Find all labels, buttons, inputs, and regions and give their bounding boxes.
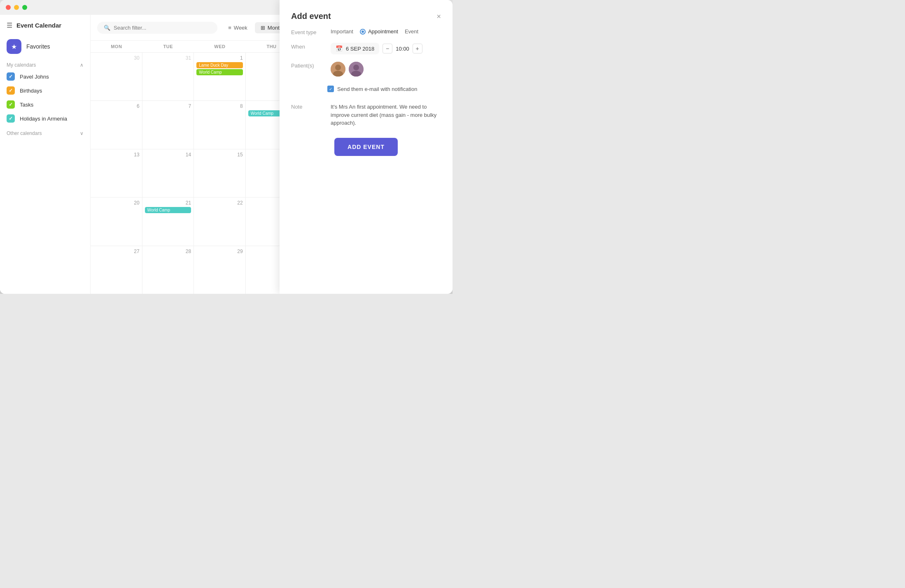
type-important[interactable]: Important <box>331 28 353 35</box>
type-appointment[interactable]: Appointment <box>360 28 398 35</box>
search-icon: 🔍 <box>104 25 110 31</box>
avatars <box>331 62 364 77</box>
birthdays-checkbox: ✓ <box>7 86 15 95</box>
app-window: ☰ Event Calendar ★ Favorites My calendar… <box>0 0 453 294</box>
event-type-options: Important Appointment Event <box>331 28 441 35</box>
sidebar-item-birthdays[interactable]: ✓ Birthdays <box>0 84 90 98</box>
day-cell[interactable]: 22 <box>194 198 246 245</box>
pavel-checkbox: ✓ <box>7 72 15 81</box>
patient-avatar-1[interactable] <box>331 62 345 77</box>
day-cell[interactable]: 7 <box>142 101 194 149</box>
sidebar: ☰ Event Calendar ★ Favorites My calendar… <box>0 15 91 294</box>
month-grid-icon: ⊞ <box>261 25 265 31</box>
check-icon: ✓ <box>9 116 13 121</box>
tasks-checkbox: ✓ <box>7 100 15 109</box>
day-number: 28 <box>145 249 191 254</box>
panel-header: Add event × <box>291 12 441 21</box>
when-value: 📅 6 SEP 2018 − 10:00 + <box>331 43 441 54</box>
add-event-panel: Add event × Event type Important Appoint… <box>280 0 453 294</box>
day-number: 29 <box>196 249 243 254</box>
my-calendars-label: My calendars <box>7 62 36 68</box>
svg-point-1 <box>335 65 341 70</box>
other-calendars-label: Other calendars <box>7 130 42 136</box>
patient-avatar-2[interactable] <box>349 62 364 77</box>
event-label: Event <box>405 28 418 35</box>
day-header-tue: TUE <box>142 41 194 52</box>
day-cell[interactable]: 27 <box>91 246 142 294</box>
note-row: Note It's Mrs An first appointment. We n… <box>291 100 441 127</box>
when-label: When <box>291 43 324 50</box>
my-calendars-chevron[interactable]: ∧ <box>80 62 84 68</box>
important-label: Important <box>331 28 353 35</box>
day-number: 30 <box>93 55 140 61</box>
day-number: 8 <box>196 103 243 109</box>
day-cell[interactable]: 30 <box>91 53 142 100</box>
day-cell[interactable]: 13 <box>91 149 142 197</box>
pavel-label: Pavel Johns <box>20 74 49 80</box>
day-number: 21 <box>145 200 191 206</box>
day-cell[interactable]: 21World Camp <box>142 198 194 245</box>
sidebar-item-holidays[interactable]: ✓ Holidays in Armenia <box>0 112 90 126</box>
close-button[interactable]: × <box>436 13 441 20</box>
week-view-button[interactable]: ≡ Week <box>222 22 253 33</box>
day-cell[interactable]: 28 <box>142 246 194 294</box>
sidebar-item-tasks[interactable]: ✓ Tasks <box>0 98 90 112</box>
day-number: 14 <box>145 152 191 158</box>
day-cell[interactable]: 31 <box>142 53 194 100</box>
event-chip[interactable]: Lame Duck Day <box>196 62 243 68</box>
panel-title: Add event <box>291 12 331 21</box>
patients-row: Patient(s) <box>291 62 441 77</box>
day-number: 27 <box>93 249 140 254</box>
day-number: 6 <box>93 103 140 109</box>
day-cell[interactable]: 14 <box>142 149 194 197</box>
patients-label: Patient(s) <box>291 62 324 69</box>
event-chip[interactable]: World Camp <box>145 207 191 213</box>
event-chip[interactable]: World Camp <box>196 69 243 75</box>
time-increase-button[interactable]: + <box>413 44 422 53</box>
minimize-traffic-light[interactable] <box>14 5 19 10</box>
patients-value <box>331 62 441 77</box>
time-decrease-button[interactable]: − <box>383 44 392 53</box>
other-calendars-chevron[interactable]: ∨ <box>80 130 84 136</box>
day-cell[interactable]: 20 <box>91 198 142 245</box>
week-label: Week <box>234 25 247 31</box>
sidebar-item-pavel[interactable]: ✓ Pavel Johns <box>0 70 90 84</box>
day-number: 15 <box>196 152 243 158</box>
favorites-icon: ★ <box>7 39 21 54</box>
menu-icon[interactable]: ☰ <box>7 21 12 29</box>
add-event-button[interactable]: ADD EVENT <box>334 138 398 156</box>
svg-point-4 <box>353 65 359 70</box>
day-number: 13 <box>93 152 140 158</box>
check-icon: ✓ <box>9 102 13 107</box>
day-cell[interactable]: 6 <box>91 101 142 149</box>
time-value: 10:00 <box>396 46 409 52</box>
day-cell[interactable]: 29 <box>194 246 246 294</box>
birthdays-label: Birthdays <box>20 88 42 94</box>
day-cell[interactable]: 1Lame Duck DayWorld Camp <box>194 53 246 100</box>
favorites-item[interactable]: ★ Favorites <box>0 36 90 57</box>
calendar-icon: 📅 <box>336 45 343 52</box>
notification-label: Send them e-mail with notification <box>337 86 417 92</box>
holidays-checkbox: ✓ <box>7 114 15 123</box>
search-box[interactable]: 🔍 <box>97 22 217 34</box>
day-header-wed: WED <box>194 41 246 52</box>
appointment-label: Appointment <box>368 28 398 35</box>
maximize-traffic-light[interactable] <box>22 5 27 10</box>
favorites-label: Favorites <box>26 43 50 50</box>
close-traffic-light[interactable] <box>6 5 11 10</box>
notification-checkbox[interactable]: ✓ <box>327 86 334 92</box>
day-cell[interactable]: 15 <box>194 149 246 197</box>
appointment-radio <box>360 29 366 35</box>
event-type-label: Event type <box>291 28 324 35</box>
day-cell[interactable]: 8 <box>194 101 246 149</box>
type-event[interactable]: Event <box>405 28 418 35</box>
traffic-lights <box>6 5 27 10</box>
search-input[interactable] <box>114 25 211 31</box>
day-number: 1 <box>196 55 243 61</box>
event-type-row: Event type Important Appointment Event <box>291 28 441 35</box>
notification-row: ✓ Send them e-mail with notification <box>291 86 441 92</box>
day-number: 20 <box>93 200 140 206</box>
check-icon: ✓ <box>9 88 13 93</box>
date-box[interactable]: 📅 6 SEP 2018 <box>331 43 379 54</box>
sidebar-title: Event Calendar <box>16 22 61 29</box>
